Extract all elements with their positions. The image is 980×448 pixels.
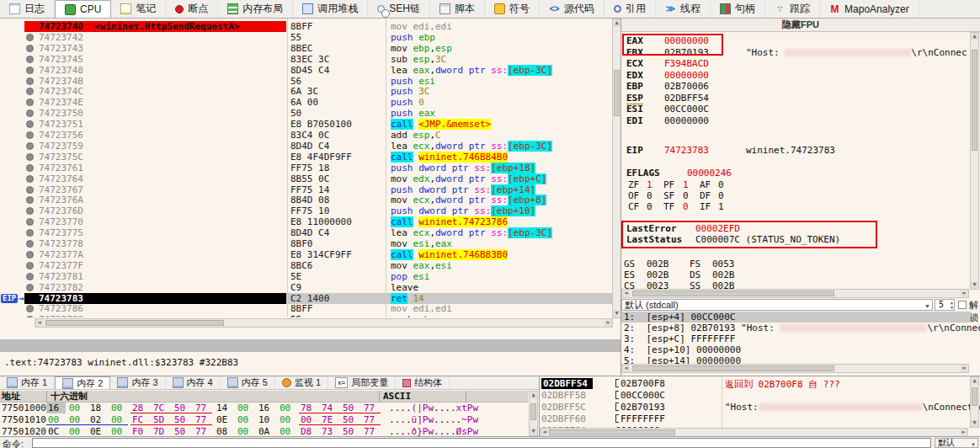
disasm-row[interactable]: 7472376A8B4D 08mov ecx,dword ptr ss:[ebp…: [0, 195, 613, 205]
disasm-row[interactable]: 747237598D4D C4lea ecx,dword ptr ss:[ebp…: [0, 141, 613, 152]
command-profile-select[interactable]: 默认 ▼: [935, 438, 978, 448]
scroll-up-icon[interactable]: ▲: [971, 33, 978, 40]
scroll-down-icon[interactable]: ▼: [530, 428, 537, 435]
disasm-row[interactable]: 747237488D45 C4lea eax,dword ptr ss:[ebp…: [0, 65, 613, 76]
disasm-row[interactable]: 74723751E8 B7050100call <JMP.&memset>: [0, 119, 613, 130]
hide-fpu-button[interactable]: 隐藏FPU: [621, 19, 980, 32]
stack-pane[interactable]: 02DBFF5402B700F8返回到 02B700F8 自 ???02DBFF…: [540, 376, 980, 436]
disasm-row[interactable]: 74723761FF75 18push dword ptr ss:[ebp+18…: [0, 163, 613, 173]
disassembly-pane[interactable]: 74723740 <wininet.HttpSendRequestA>8BFFm…: [0, 19, 621, 328]
top-tab-SEH链[interactable]: SEH链: [368, 0, 430, 18]
scroll-right-icon[interactable]: ►: [961, 365, 968, 372]
scroll-thumb[interactable]: [632, 365, 834, 371]
stack-row[interactable]: 02DBFF60FFFFFFFF: [540, 413, 970, 425]
calling-convention-select[interactable]: 默认 (stdcall) ▼: [621, 299, 933, 311]
scroll-thumb[interactable]: [614, 70, 620, 116]
scroll-right-icon[interactable]: ►: [961, 290, 968, 297]
disasm-row[interactable]: 7472374255push ebp: [0, 32, 613, 43]
stack-row[interactable]: 02DBFF5402B700F8返回到 02B700F8 自 ???: [540, 378, 970, 390]
top-tab-调用堆栈[interactable]: 调用堆栈: [293, 0, 368, 18]
dump-v-scrollbar[interactable]: ▲▼: [529, 391, 538, 436]
dump-tab-内存 2[interactable]: 内存 2: [55, 376, 110, 389]
memory-dump-pane[interactable]: 内存 1内存 2内存 3内存 4内存 5监视 1x=局部变量结构体 地址 十六进…: [0, 376, 540, 436]
argument-row[interactable]: 1: [esp+4] 00CC000C: [621, 312, 971, 323]
top-tab-符号[interactable]: 符号: [485, 0, 540, 18]
argument-row[interactable]: 3: [esp+C] FFFFFFFF: [621, 333, 971, 344]
registers-pane[interactable]: 隐藏FPU EAX00000000EBX02B70193"Host: \r\nC…: [621, 19, 980, 376]
registers-v-scrollbar[interactable]: ▲▼: [970, 32, 979, 290]
dump-tab-内存 3[interactable]: 内存 3: [110, 376, 165, 389]
scroll-left-icon[interactable]: ◄: [622, 290, 630, 297]
disasm-row[interactable]: 74723770E8 11000000call wininet.74723786: [0, 216, 613, 227]
scroll-right-icon[interactable]: ►: [960, 429, 967, 436]
disasm-row[interactable]: 747237868BFFmov edi,edi: [0, 303, 613, 314]
disasm-row[interactable]: 7472375CE8 4F4DF9FFcall wininet.746B84B0: [0, 152, 613, 163]
top-tab-句柄[interactable]: 句柄: [711, 0, 765, 18]
scroll-thumb[interactable]: [549, 429, 675, 435]
scroll-thumb[interactable]: [972, 50, 977, 151]
scroll-down-icon[interactable]: ▼: [971, 281, 978, 289]
disasm-h-scrollbar[interactable]: ◄►: [35, 318, 613, 328]
disasm-row[interactable]: 7472378855push ebp: [0, 314, 613, 317]
disasm-row[interactable]: 747237815Epop esi: [0, 271, 613, 282]
dump-tab-内存 5[interactable]: 内存 5: [221, 376, 275, 389]
dump-tab-内存 1[interactable]: 内存 1: [0, 376, 55, 389]
stack-row[interactable]: 02DBFF5800CC000C: [540, 390, 970, 402]
argument-row[interactable]: 2: [esp+8] 02B70193 "Host: \r\nConnec: [621, 323, 971, 333]
disasm-row[interactable]: 74723783C2 1400ret 14: [0, 293, 613, 304]
arg-count-spinner[interactable]: 5 ▲▼: [935, 299, 955, 311]
dump-tab-监视 1[interactable]: 监视 1: [275, 376, 328, 389]
stack-v-scrollbar[interactable]: ▲▼: [970, 376, 979, 428]
argument-row[interactable]: 4: [esp+10] 00000000: [621, 344, 971, 355]
scroll-down-icon[interactable]: ▼: [971, 419, 978, 427]
dump-row[interactable]: 775010200C000E00F07D507708000A00D8735077…: [0, 426, 528, 436]
disasm-row[interactable]: 747237648B55 0Cmov edx,dword ptr ss:[ebp…: [0, 173, 613, 184]
disasm-row[interactable]: 74723767FF75 14push dword ptr ss:[ebp+14…: [0, 184, 613, 195]
scroll-thumb[interactable]: [530, 403, 536, 420]
disasm-row[interactable]: 7472374E6A 00push 0: [0, 97, 613, 108]
disasm-row[interactable]: 7472374C6A 3Cpush 3C: [0, 86, 613, 97]
top-tab-MapoAnalyzer[interactable]: MMapoAnalyzer: [820, 0, 919, 18]
top-tab-断点[interactable]: 断点: [166, 0, 218, 18]
disasm-row[interactable]: 7472376DFF75 10push dword ptr ss:[ebp+10…: [0, 205, 613, 216]
scroll-right-icon[interactable]: ►: [605, 319, 612, 327]
scroll-thumb[interactable]: [45, 320, 224, 326]
scroll-left-icon[interactable]: ◄: [35, 319, 43, 327]
top-tab-引用[interactable]: 引用: [605, 0, 656, 18]
dump-tab-结构体[interactable]: 结构体: [396, 376, 450, 389]
disasm-row[interactable]: 747237758D4D C4lea ecx,dword ptr ss:[ebp…: [0, 227, 613, 238]
dump-row[interactable]: 7750100016001800287C50771400160078745077…: [0, 403, 528, 414]
registers-h-scrollbar[interactable]: ◄►: [621, 289, 969, 298]
scroll-thumb[interactable]: [632, 291, 834, 296]
disasm-row[interactable]: 747237788BF0mov esi,eax: [0, 238, 613, 249]
disasm-row[interactable]: 7472374B56push esi: [0, 76, 613, 87]
top-tab-脚本[interactable]: 脚本: [430, 0, 485, 18]
stack-row[interactable]: 02DBFF5C02B70193"Host:\nConnectio: [540, 402, 970, 413]
disasm-v-scrollbar[interactable]: ▲▼: [612, 19, 621, 318]
scroll-up-icon[interactable]: ▲: [530, 392, 537, 399]
unlock-checkbox[interactable]: [958, 301, 967, 309]
disasm-row[interactable]: 74723782C9leave: [0, 282, 613, 293]
scroll-down-icon[interactable]: ▼: [613, 310, 620, 317]
disasm-row[interactable]: 74723740 <wininet.HttpSendRequestA>8BFFm…: [0, 21, 613, 32]
scroll-up-icon[interactable]: ▲: [971, 377, 978, 385]
disasm-row[interactable]: 7472375683C4 0Cadd esp,C: [0, 130, 613, 141]
top-tab-CPU[interactable]: CPU: [55, 0, 111, 18]
top-tab-线程[interactable]: ≫线程: [656, 0, 711, 18]
disasm-row[interactable]: 7472377AE8 314CF9FFcall wininet.746B83B0: [0, 249, 613, 260]
dump-tab-内存 4[interactable]: 内存 4: [166, 376, 221, 389]
stack-h-scrollbar[interactable]: ◄►: [540, 428, 968, 436]
command-input[interactable]: [32, 438, 931, 448]
scroll-up-icon[interactable]: ▲: [613, 19, 620, 27]
dump-row[interactable]: 7750101000000200FC5D50770E001000007E5077…: [0, 414, 528, 426]
top-tab-内存布局[interactable]: 内存布局: [218, 0, 293, 18]
dump-tab-局部变量[interactable]: x=局部变量: [328, 376, 396, 389]
top-tab-跟踪[interactable]: ∵跟踪: [765, 0, 820, 18]
arguments-h-scrollbar[interactable]: ◄►: [621, 364, 969, 373]
top-tab-笔记[interactable]: 笔记: [111, 0, 166, 18]
disasm-row[interactable]: 7472374583EC 3Csub esp,3C: [0, 54, 613, 65]
scroll-left-icon[interactable]: ◄: [622, 365, 630, 372]
disasm-row[interactable]: 7472375050push eax: [0, 108, 613, 119]
disasm-row[interactable]: 747237438BECmov ebp,esp: [0, 43, 613, 54]
scroll-left-icon[interactable]: ◄: [541, 429, 548, 436]
